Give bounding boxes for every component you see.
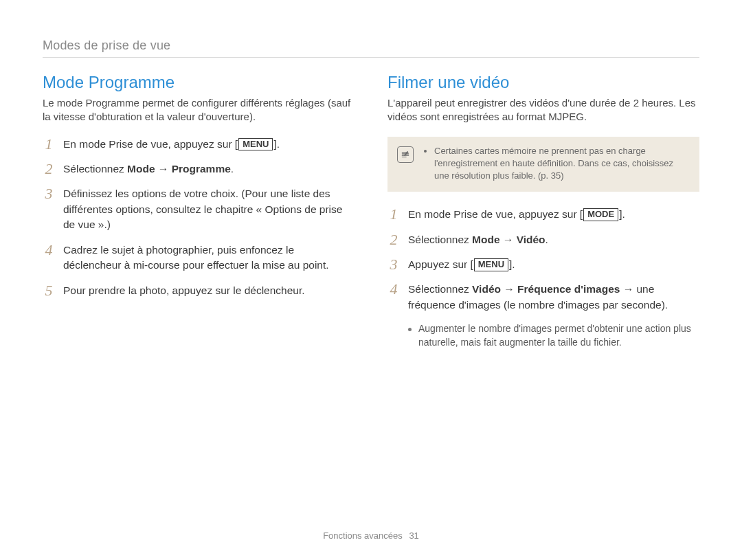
divider: [43, 57, 699, 58]
step-text: En mode Prise de vue, appuyez sur [MODE]…: [408, 207, 625, 222]
step-number: 2: [387, 232, 400, 247]
section-title-mode-programme: Mode Programme: [43, 73, 355, 92]
step-number: 3: [387, 257, 400, 272]
step-3: 3 Appuyez sur [MENU].: [387, 257, 699, 272]
step-text: Pour prendre la photo, appuyez sur le dé…: [63, 283, 305, 298]
step-3: 3 Définissez les options de votre choix.…: [43, 186, 355, 232]
step-number: 1: [387, 207, 400, 222]
step-number: 1: [43, 137, 55, 152]
mode-button-label: MODE: [583, 208, 618, 221]
column-right: Filmer une vidéo L'appareil peut enregis…: [387, 73, 699, 350]
steps-list: 1 En mode Prise de vue, appuyez sur [MEN…: [43, 137, 355, 299]
step-2: 2 Sélectionnez Mode → Programme.: [43, 161, 355, 177]
step-number: 3: [43, 186, 55, 201]
menu-button-label: MENU: [238, 138, 273, 151]
intro-text: L'appareil peut enregistrer des vidéos d…: [387, 96, 699, 124]
page-number: 31: [409, 530, 418, 541]
two-columns: Mode Programme Le mode Programme permet …: [43, 73, 699, 350]
note-item: Certaines cartes mémoire ne prennent pas…: [434, 145, 688, 183]
page-footer: Fonctions avancées 31: [0, 530, 742, 541]
intro-text: Le mode Programme permet de configurer d…: [43, 96, 355, 124]
section-title-filmer-video: Filmer une vidéo: [387, 73, 699, 92]
step-text: Définissez les options de votre choix. (…: [63, 186, 355, 232]
sub-note-text: Augmenter le nombre d'images permet d'ob…: [418, 322, 699, 349]
step-text: En mode Prise de vue, appuyez sur [MENU]…: [63, 137, 280, 152]
step-1: 1 En mode Prise de vue, appuyez sur [MOD…: [387, 207, 699, 222]
note-box: Certaines cartes mémoire ne prennent pas…: [387, 137, 699, 192]
step-5: 5 Pour prendre la photo, appuyez sur le …: [43, 283, 355, 298]
step-text: Sélectionnez Mode → Programme.: [63, 161, 234, 177]
step-text: Sélectionnez Vidéo → Fréquence d'images …: [408, 282, 699, 313]
step-4: 4 Cadrez le sujet à photographier, puis …: [43, 243, 355, 273]
step-1: 1 En mode Prise de vue, appuyez sur [MEN…: [43, 137, 355, 152]
step-number: 4: [43, 243, 55, 258]
steps-list: 1 En mode Prise de vue, appuyez sur [MOD…: [387, 207, 699, 313]
breadcrumb: Modes de prise de vue: [43, 38, 699, 53]
step-text: Sélectionnez Mode → Vidéo.: [408, 232, 548, 247]
step-number: 2: [43, 161, 55, 177]
step-4: 4 Sélectionnez Vidéo → Fréquence d'image…: [387, 282, 699, 313]
bullet-icon: [408, 328, 412, 331]
note-icon: [397, 146, 414, 163]
footer-label: Fonctions avancées: [323, 530, 403, 541]
sub-note: Augmenter le nombre d'images permet d'ob…: [387, 322, 699, 349]
step-number: 4: [387, 282, 400, 297]
column-left: Mode Programme Le mode Programme permet …: [43, 73, 355, 350]
step-text: Cadrez le sujet à photographier, puis en…: [63, 243, 355, 273]
note-list: Certaines cartes mémoire ne prennent pas…: [423, 145, 688, 183]
manual-page: Modes de prise de vue Mode Programme Le …: [0, 0, 742, 560]
menu-button-label: MENU: [474, 258, 508, 271]
step-number: 5: [43, 283, 55, 298]
step-2: 2 Sélectionnez Mode → Vidéo.: [387, 232, 699, 247]
step-text: Appuyez sur [MENU].: [408, 257, 515, 272]
